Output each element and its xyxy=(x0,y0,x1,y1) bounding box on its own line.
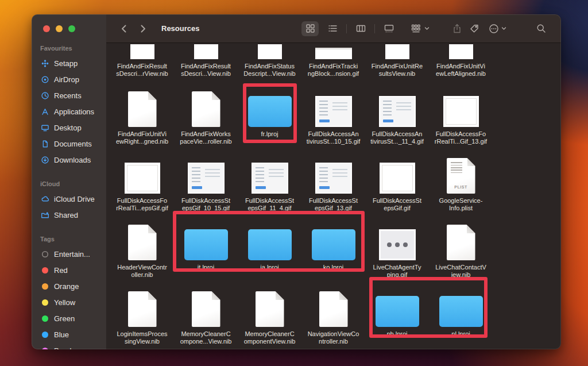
file-item-folder-nb[interactable]: nb.lproj xyxy=(365,286,429,338)
file-grid: FindAndFixResult sDescri...rView.nib Fin… xyxy=(106,43,561,349)
sidebar-tag-blue[interactable]: Blue xyxy=(32,326,106,342)
share-button[interactable] xyxy=(452,24,462,34)
file-item-folder-it[interactable]: it.lproj xyxy=(174,219,238,271)
sidebar-item-downloads[interactable]: Downloads xyxy=(32,152,106,168)
main-pane: Resources FindAndFixResult sDescri...rVi… xyxy=(106,14,561,349)
sidebar-item-icloud-drive[interactable]: iCloud Drive xyxy=(32,191,106,207)
zoom-window-button[interactable] xyxy=(68,25,75,32)
icon-view-button[interactable] xyxy=(301,21,319,36)
file-item[interactable]: FindAndFixStatus Descript...View.nib xyxy=(238,43,301,78)
sidebar-section-tags: Tags Entertain... Red Orange Yellow Gree… xyxy=(32,236,106,349)
file-item[interactable]: FindAndFixTracki ngBlock...nsion.gif xyxy=(301,43,365,78)
file-item[interactable]: NavigationViewCo ntroller.nib xyxy=(301,286,365,345)
sidebar-item-desktop[interactable]: Desktop xyxy=(32,120,106,136)
gif-screenshot-icon xyxy=(252,163,288,194)
tag-label: Yellow xyxy=(54,298,75,307)
window-title: Resources xyxy=(161,24,199,33)
plist-document-icon: PLIST xyxy=(447,158,475,194)
gif-image-icon xyxy=(380,163,415,194)
sidebar-section-icloud: iCloud iCloud Drive Shared xyxy=(32,180,106,223)
folder-icon xyxy=(248,96,292,127)
file-item[interactable]: FindAndFixResult sDescri...rView.nib xyxy=(110,43,174,78)
sidebar-item-documents[interactable]: Documents xyxy=(32,136,106,152)
file-item[interactable]: FindAndFixUnitRe sultsView.nib xyxy=(365,43,429,78)
file-item[interactable]: LoginItemsProces singView.nib xyxy=(110,286,174,345)
sidebar-tag-red[interactable]: Red xyxy=(32,262,106,278)
file-item[interactable]: HeaderViewContr oller.nib xyxy=(110,219,174,279)
sidebar-tag-green[interactable]: Green xyxy=(32,310,106,326)
nib-document-icon xyxy=(447,225,475,260)
nib-document-icon xyxy=(385,44,409,59)
file-item[interactable]: FindAndFixUnitVi ewLeftAligned.nib xyxy=(429,43,493,78)
toolbar-separator xyxy=(374,24,375,33)
sidebar-tag-entertainment[interactable]: Entertain... xyxy=(32,246,106,262)
sidebar-item-recents[interactable]: Recents xyxy=(32,87,106,103)
file-row: LoginItemsProces singView.nib MemoryClea… xyxy=(106,286,561,349)
file-item[interactable]: FullDiskAccessAn tivirusSt..._11_4.gif xyxy=(365,86,429,145)
tag-circle-icon xyxy=(42,299,48,306)
nib-document-icon xyxy=(194,44,218,59)
airdrop-icon xyxy=(40,75,50,84)
sidebar-item-setapp[interactable]: Setapp xyxy=(32,55,106,71)
file-item[interactable]: FullDiskAccessSt epsGif_10_15.gif xyxy=(174,152,238,212)
close-window-button[interactable] xyxy=(43,25,50,32)
sidebar-item-airdrop[interactable]: AirDrop xyxy=(32,71,106,87)
nib-document-icon xyxy=(192,291,220,327)
file-row: FindAndFixResult sDescri...rView.nib Fin… xyxy=(106,43,561,86)
gif-screenshot-icon xyxy=(315,96,352,127)
recents-icon xyxy=(40,91,50,100)
file-item-folder-ko[interactable]: ko.lproj xyxy=(301,219,365,271)
file-item[interactable]: FullDiskAccessSt epsGif_11_4.gif xyxy=(238,152,301,212)
tags-button[interactable] xyxy=(470,24,479,33)
forward-button[interactable] xyxy=(137,24,149,33)
view-switcher xyxy=(301,21,397,36)
group-by-button[interactable] xyxy=(411,24,430,33)
sidebar: Favourites Setapp AirDrop Recents Applic… xyxy=(32,14,106,349)
file-item[interactable]: PLISTGoogleService- Info.plist xyxy=(429,152,493,212)
file-item[interactable]: FullDiskAccessAn tivirusSt...10_15.gif xyxy=(301,86,365,145)
folder-icon xyxy=(312,229,355,260)
sidebar-item-shared[interactable]: Shared xyxy=(32,207,106,223)
nib-document-icon xyxy=(258,44,282,59)
downloads-icon xyxy=(40,155,50,164)
sidebar-item-applications[interactable]: Applications xyxy=(32,103,106,120)
search-icon[interactable] xyxy=(536,24,546,33)
file-item[interactable]: FindAndFixUnitVi ewRight...gned.nib xyxy=(110,86,174,145)
file-item-folder-fr[interactable]: fr.lproj xyxy=(238,86,301,138)
setapp-icon xyxy=(40,59,50,68)
file-item[interactable]: LiveChatContactV iew.nib xyxy=(429,219,493,279)
file-item[interactable]: FindAndFixWorks paceVie...roller.nib xyxy=(174,86,238,145)
file-item[interactable]: FullDiskAccessFo rRealTi...Gif_13.gif xyxy=(429,86,493,145)
file-item[interactable]: FullDiskAccessSt epsGif.gif xyxy=(365,152,429,212)
tag-circle-icon xyxy=(42,332,48,338)
gif-screenshot-icon xyxy=(379,96,416,127)
folder-icon xyxy=(184,229,228,260)
sidebar-tag-orange[interactable]: Orange xyxy=(32,278,106,294)
nib-document-icon xyxy=(319,291,348,327)
tag-label: Orange xyxy=(54,282,79,291)
nib-document-icon xyxy=(130,44,154,59)
nib-document-icon xyxy=(449,44,473,59)
file-item[interactable]: FindAndFixResult sDescri...View.nib xyxy=(174,43,238,78)
file-item[interactable]: MemoryCleanerC omponentView.nib xyxy=(238,286,301,345)
file-item[interactable]: MemoryCleanerC ompone...View.nib xyxy=(174,286,238,345)
file-item[interactable]: LiveChatAgentTy ping.gif xyxy=(365,219,429,279)
file-item[interactable]: FullDiskAccessSt epsGif_13.gif xyxy=(301,152,365,212)
sidebar-item-label: Documents xyxy=(54,140,92,148)
file-item-folder-ja[interactable]: ja.lproj xyxy=(238,219,301,271)
tag-circle-icon xyxy=(42,283,48,290)
sidebar-tag-purple[interactable]: Purple xyxy=(32,342,106,349)
sidebar-tag-yellow[interactable]: Yellow xyxy=(32,294,106,310)
column-view-button[interactable] xyxy=(352,21,369,36)
nib-document-icon xyxy=(128,291,157,327)
back-button[interactable] xyxy=(118,24,129,33)
minimize-window-button[interactable] xyxy=(56,25,63,32)
gif-image-icon xyxy=(443,96,479,127)
list-view-button[interactable] xyxy=(324,21,341,36)
file-item[interactable]: FullDiskAccessFo rRealTi...epsGif.gif xyxy=(110,152,174,212)
sidebar-section-favourites: Favourites Setapp AirDrop Recents Applic… xyxy=(32,45,106,168)
tag-circle-icon xyxy=(42,348,48,350)
gallery-view-button[interactable] xyxy=(380,21,397,36)
file-item-folder-nl[interactable]: nl.lproj xyxy=(429,286,493,338)
more-actions-button[interactable] xyxy=(489,24,506,34)
